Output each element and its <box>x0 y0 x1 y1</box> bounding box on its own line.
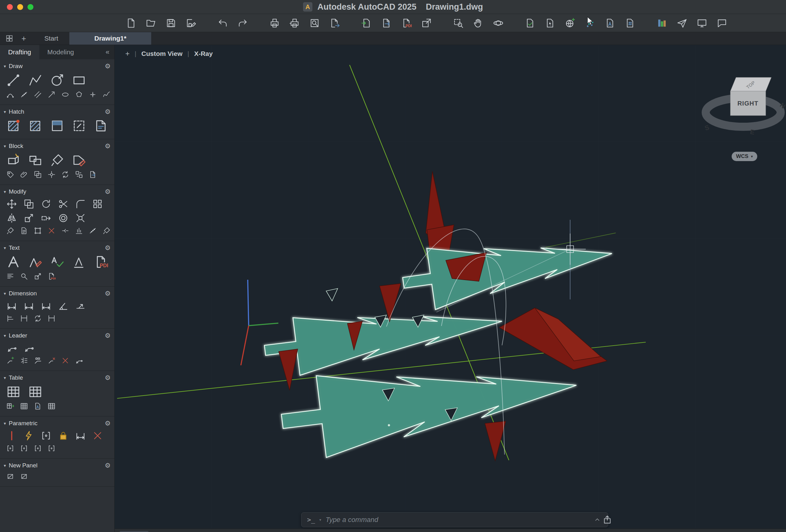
constraint-pair-d-tool-button[interactable] <box>47 444 56 453</box>
dim-flip-tool-button[interactable] <box>74 300 87 312</box>
collapse-arrow-icon[interactable]: ▾ <box>4 144 6 149</box>
array-tool-button[interactable] <box>92 198 104 210</box>
palette-tab-modeling[interactable]: Modeling <box>39 45 82 59</box>
close-button[interactable] <box>7 4 13 10</box>
clean-tool-button[interactable] <box>102 226 111 235</box>
plot-preview-button[interactable] <box>306 16 323 30</box>
viewport-menu-button[interactable]: + <box>125 49 130 58</box>
viewcube[interactable]: S E N RIGHT TOP <box>687 60 786 163</box>
constraint-pair-b-tool-button[interactable] <box>19 444 29 453</box>
redo-button[interactable] <box>234 16 251 30</box>
spell-check-tool-button[interactable] <box>49 254 65 270</box>
leader-style-tool-button[interactable] <box>74 356 84 365</box>
multileader-tool-button[interactable] <box>6 342 18 354</box>
markup-import-button[interactable] <box>522 16 538 30</box>
edit-block-tool-button[interactable] <box>49 152 65 168</box>
explode-tool-button[interactable] <box>74 212 87 224</box>
divide-tool-button[interactable] <box>19 90 29 99</box>
window-grid-icon[interactable] <box>4 33 15 43</box>
offset-concentric-tool-button[interactable] <box>57 212 69 224</box>
dimension-tool-button[interactable] <box>6 300 18 312</box>
edit-leader-tool-button[interactable] <box>23 342 35 354</box>
pan-button[interactable] <box>470 16 487 30</box>
publish-button[interactable] <box>326 16 343 30</box>
mirror-tool-button[interactable] <box>6 212 18 224</box>
scale-text-tool-button[interactable] <box>33 272 43 281</box>
command-input[interactable]: Type a command <box>325 516 588 524</box>
table-text-tool-button[interactable] <box>33 402 43 411</box>
dim-continue-tool-button[interactable] <box>19 314 29 323</box>
share-button[interactable] <box>601 513 614 526</box>
plot-button[interactable] <box>266 16 283 30</box>
break-tool-button[interactable] <box>61 226 70 235</box>
fillet-tool-button[interactable] <box>74 198 87 210</box>
command-line[interactable]: >_ ▾ Type a command <box>301 512 608 527</box>
dim-baseline-tool-button[interactable] <box>6 314 15 323</box>
dim-edit-tool-button[interactable] <box>23 300 35 312</box>
count-button[interactable] <box>622 16 639 30</box>
compass-south-label[interactable]: S <box>704 124 710 132</box>
viewport[interactable]: + | Custom View | X-Ray S E N RIGHT TOP … <box>115 45 786 532</box>
layer-walk-button[interactable] <box>653 16 670 30</box>
visual-style-control[interactable]: X-Ray <box>194 50 213 57</box>
hatch-tool-button[interactable] <box>6 118 21 134</box>
erase-tool-button[interactable] <box>47 226 56 235</box>
new-drawing-tab-button[interactable]: + <box>18 33 29 43</box>
panel-settings-icon[interactable]: ⚙ <box>105 108 111 116</box>
ellipse-tool-button[interactable] <box>61 90 70 99</box>
tag-tool-button[interactable] <box>6 170 15 179</box>
panel-settings-icon[interactable]: ⚙ <box>105 142 111 150</box>
coincident-tool-button[interactable] <box>6 430 18 442</box>
sync-attributes-tool-button[interactable] <box>61 170 70 179</box>
edit-text-tool-button[interactable] <box>27 254 43 270</box>
insert-block-tool-button[interactable] <box>6 152 21 168</box>
edit-attribute-tool-button[interactable] <box>71 152 87 168</box>
stretch-tool-button[interactable] <box>40 212 52 224</box>
export-block-tool-button[interactable] <box>88 170 97 179</box>
spline-tool-button[interactable] <box>102 90 111 99</box>
panel-settings-icon[interactable]: ⚙ <box>105 462 111 469</box>
arc-tool-button[interactable] <box>6 90 15 99</box>
collapse-arrow-icon[interactable]: ▾ <box>4 333 6 338</box>
justify-text-tool-button[interactable] <box>6 272 15 281</box>
boundary-tool-button[interactable] <box>71 118 87 134</box>
viewcube-face-label[interactable]: RIGHT <box>737 100 758 107</box>
move-tool-button[interactable] <box>6 198 18 210</box>
polyline-tool-button[interactable] <box>27 72 43 88</box>
model-space-canvas[interactable] <box>115 45 786 532</box>
pdf-import-tool-button[interactable]: PDF <box>93 254 109 270</box>
command-dropdown-icon[interactable]: ▾ <box>319 518 321 522</box>
cell-style-tool-button[interactable] <box>19 402 29 411</box>
panel-settings-icon[interactable]: ⚙ <box>105 244 111 252</box>
panel-settings-icon[interactable]: ⚙ <box>105 332 111 339</box>
undo-button[interactable] <box>214 16 231 30</box>
remove-leader-tool-button[interactable] <box>47 356 56 365</box>
attach-tool-button[interactable] <box>19 170 29 179</box>
minimize-button[interactable] <box>17 4 23 10</box>
point-tool-button[interactable] <box>88 90 97 99</box>
text-recognition-button[interactable] <box>602 16 619 30</box>
zoom-window-button[interactable] <box>450 16 467 30</box>
line-tool-button[interactable] <box>6 72 21 88</box>
base-point-tool-button[interactable] <box>47 170 56 179</box>
collapse-palette-button[interactable]: « <box>100 45 114 59</box>
collapse-arrow-icon[interactable]: ▾ <box>4 291 6 296</box>
dim-override-tool-button[interactable] <box>47 314 56 323</box>
save-button[interactable] <box>162 16 179 30</box>
collapse-arrow-icon[interactable]: ▾ <box>4 375 6 380</box>
custom-tool-b-tool-button[interactable] <box>19 472 29 481</box>
rectangle-tool-button[interactable] <box>71 72 87 88</box>
trim-tool-button[interactable] <box>57 198 69 210</box>
pdf-export-tool-button[interactable]: PDF <box>47 272 56 281</box>
text-style-tool-button[interactable] <box>71 254 87 270</box>
mtext-tool-button[interactable] <box>6 254 21 270</box>
panel-settings-icon[interactable]: ⚙ <box>105 419 111 427</box>
export-button[interactable] <box>378 16 395 30</box>
copy-tool-button[interactable] <box>23 198 35 210</box>
frame-tool-button[interactable] <box>33 226 43 235</box>
copy-nested-tool-button[interactable] <box>33 170 43 179</box>
collapse-arrow-icon[interactable]: ▾ <box>4 245 6 250</box>
show-constraints-tool-button[interactable] <box>40 430 52 442</box>
new-file-button[interactable] <box>122 16 139 30</box>
panel-settings-icon[interactable]: ⚙ <box>105 188 111 195</box>
